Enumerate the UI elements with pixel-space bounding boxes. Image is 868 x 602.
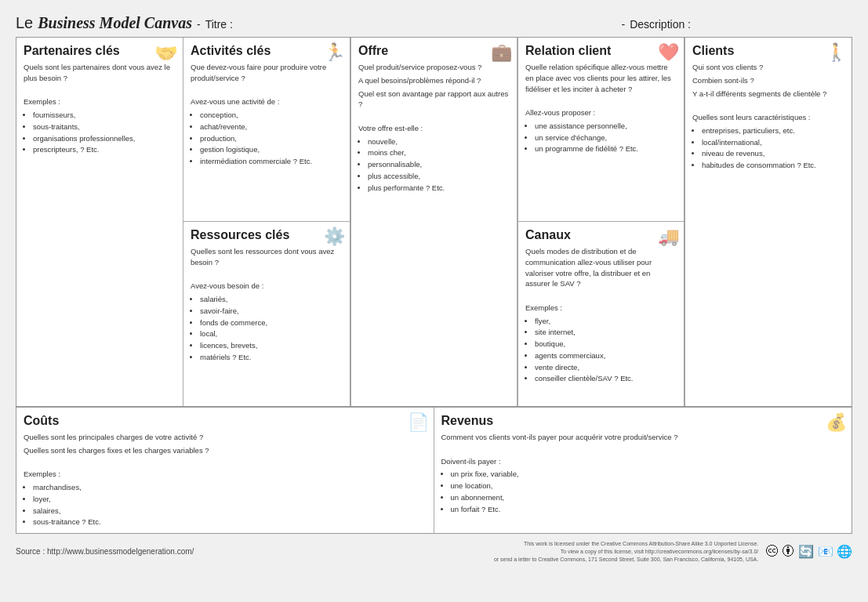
relation-icon: ❤️ bbox=[658, 42, 679, 63]
relation-title: Relation client ❤️ bbox=[525, 44, 677, 58]
header-prefix: Le bbox=[16, 14, 33, 32]
partenaires-icon: 🤝 bbox=[154, 42, 178, 64]
canvas-row2: Coûts 📄 Quelles sont les principales cha… bbox=[16, 407, 852, 533]
offre-list: nouvelle, moins cher, personnalisable, p… bbox=[368, 136, 510, 194]
offre-title: Offre 💼 bbox=[358, 44, 510, 58]
footer-license: This work is licensed under the Creative… bbox=[494, 540, 758, 563]
activites-cell: Activités clés 🏃 Que devez-vous faire po… bbox=[183, 38, 350, 222]
clients-icon: 🚶 bbox=[826, 42, 847, 63]
partenaires-title: Partenaires clés 🤝 bbox=[24, 44, 176, 58]
license-icons: 🅭 🅯 🔄 📧 🌐 bbox=[766, 544, 852, 559]
ressources-cell: Ressources clés ⚙️ Quelles sont les ress… bbox=[183, 222, 350, 406]
couts-cell: Coûts 📄 Quelles sont les principales cha… bbox=[16, 408, 434, 533]
revenus-body: Comment vos clients vont-ils payer pour … bbox=[441, 432, 845, 514]
activites-icon: 🏃 bbox=[324, 42, 345, 63]
page-header: Le Business Model Canvas - Titre : - Des… bbox=[16, 8, 852, 37]
couts-title: Coûts 📄 bbox=[24, 414, 427, 428]
titre-sep: - bbox=[197, 18, 201, 31]
ressources-list: salariés, savoir-faire, fonds de commerc… bbox=[200, 294, 343, 363]
activites-body: Que devez-vous faire pour produire votre… bbox=[191, 62, 343, 167]
canvas-wrapper: Partenaires clés 🤝 Quels sont les parten… bbox=[16, 37, 852, 534]
col2-split: Activités clés 🏃 Que devez-vous faire po… bbox=[183, 38, 350, 406]
relation-list: une assistance personnelle, un service d… bbox=[535, 121, 677, 154]
canaux-title: Canaux 🚚 bbox=[525, 228, 677, 242]
clients-cell: Clients 🚶 Qui sont vos clients ? Combien… bbox=[685, 38, 852, 406]
relation-body: Quelle relation spécifique allez-vous me… bbox=[525, 62, 677, 154]
canaux-cell: Canaux 🚚 Quels modes de distribution et … bbox=[518, 222, 684, 406]
clients-body: Qui sont vos clients ? Combien sont-ils … bbox=[692, 62, 844, 171]
clients-title: Clients 🚶 bbox=[692, 44, 844, 58]
desc-label: Description : bbox=[630, 18, 691, 31]
ressources-icon: ⚙️ bbox=[324, 227, 345, 247]
offre-icon: 💼 bbox=[491, 42, 512, 63]
titre-label: Titre : bbox=[205, 18, 233, 31]
offre-cell: Offre 💼 Quel produit/service proposez-vo… bbox=[350, 38, 518, 406]
revenus-list: un prix fixe, variable, une location, un… bbox=[451, 469, 845, 514]
revenus-title: Revenus 💰 bbox=[441, 414, 845, 428]
ressources-title: Ressources clés ⚙️ bbox=[191, 228, 343, 242]
ressources-body: Quelles sont les ressources dont vous av… bbox=[191, 246, 343, 363]
partenaires-cell: Partenaires clés 🤝 Quels sont les parten… bbox=[16, 38, 183, 406]
partenaires-body: Quels sont les partenaires dont vous ave… bbox=[24, 62, 176, 155]
offre-body: Quel produit/service proposez-vous ? A q… bbox=[358, 62, 510, 193]
desc-sep: - bbox=[622, 18, 626, 31]
couts-body: Quelles sont les principales charges de … bbox=[24, 432, 427, 528]
canaux-body: Quels modes de distribution et de commun… bbox=[525, 246, 677, 384]
revenus-cell: Revenus 💰 Comment vos clients vont-ils p… bbox=[434, 408, 852, 533]
page-footer: Source : http://www.businessmodelgenerat… bbox=[16, 540, 852, 563]
canaux-list: flyer, site internet, boutique, agents c… bbox=[535, 316, 677, 385]
canaux-icon: 🚚 bbox=[658, 227, 679, 247]
revenus-icon: 💰 bbox=[826, 412, 847, 433]
partenaires-list: fournisseurs, sous-traitants, organisati… bbox=[33, 110, 176, 155]
couts-icon: 📄 bbox=[408, 412, 429, 433]
footer-source: Source : http://www.businessmodelgenerat… bbox=[16, 547, 194, 556]
clients-list: entreprises, particuliers, etc. local/in… bbox=[702, 125, 844, 171]
canvas-row1: Partenaires clés 🤝 Quels sont les parten… bbox=[16, 38, 852, 407]
activites-list: conception, achat/revente, production, g… bbox=[200, 110, 343, 167]
couts-list: marchandises, loyer, salaires, sous-trai… bbox=[33, 482, 427, 528]
activites-title: Activités clés 🏃 bbox=[191, 44, 343, 58]
col4-split: Relation client ❤️ Quelle relation spéci… bbox=[518, 38, 685, 406]
relation-cell: Relation client ❤️ Quelle relation spéci… bbox=[518, 38, 684, 222]
page-title: Business Model Canvas bbox=[38, 14, 192, 32]
